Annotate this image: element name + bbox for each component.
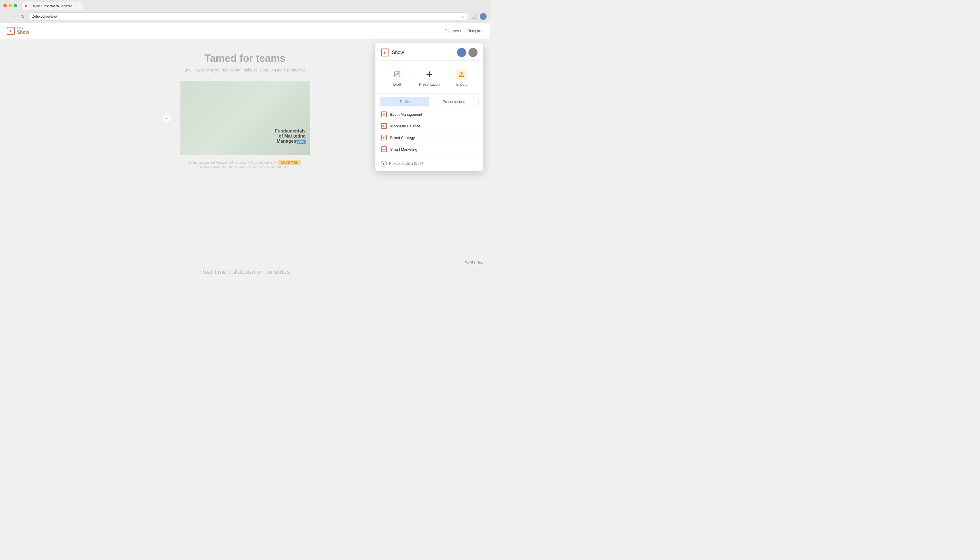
- popup-tabs: Drafts Presentations: [380, 97, 479, 107]
- popup-panel: ▶ Show Dr: [376, 43, 483, 171]
- popup-actions: Draft Presentation: [376, 61, 483, 93]
- slide-text-line-1: Fundamentals: [275, 128, 306, 133]
- item-show-icon: ▶: [381, 147, 387, 152]
- hero-area: Tamed for teams Stay in sync with your t…: [0, 39, 490, 278]
- logo-icon: ▶: [7, 27, 15, 35]
- whats-new-link[interactable]: What's New: [465, 260, 483, 264]
- close-button[interactable]: [3, 4, 7, 7]
- forward-button[interactable]: ›: [12, 13, 18, 20]
- popup-header-right: [457, 48, 478, 57]
- import-action-button[interactable]: Import: [446, 67, 478, 89]
- chevron-down-icon: ▾: [460, 30, 461, 32]
- popup-header: ▶ Show: [376, 43, 483, 61]
- draft-action-button[interactable]: Draft: [381, 67, 413, 89]
- maximize-button[interactable]: [13, 4, 17, 7]
- bookmark-icon[interactable]: ☆: [461, 15, 465, 19]
- site-nav: ▶ Zoho Show Features ▾ Templa...: [0, 23, 490, 39]
- item-name: Event Management: [390, 112, 422, 117]
- title-bar: ▶ Online Presentation Software ×: [0, 0, 490, 12]
- item-show-icon: ▶: [381, 112, 387, 117]
- nav-templates[interactable]: Templa...: [468, 28, 483, 33]
- item-name: Work-Life Balance: [390, 124, 420, 128]
- hero-bottom-text-1: Understanding the Marketing Mix and the …: [189, 161, 277, 164]
- presentation-action-label: Presentation: [419, 82, 439, 87]
- nav-features-label: Features: [444, 28, 459, 33]
- how-to-create-link[interactable]: How to create a Draft?: [389, 162, 423, 166]
- item-name: Smart Marketing: [390, 147, 417, 152]
- tab-close-button[interactable]: ×: [74, 4, 78, 8]
- import-action-label: Import: [456, 82, 467, 87]
- presentation-icon: [424, 68, 435, 80]
- presentations-tab[interactable]: Presentations: [429, 97, 478, 106]
- list-item[interactable]: ▶ Event Management: [376, 108, 483, 120]
- browser-chrome: ▶ Online Presentation Software × ‹ › ↻ Z…: [0, 0, 490, 23]
- hero-bottom-text: Understanding the Marketing Mix and the …: [185, 160, 304, 169]
- list-item[interactable]: ▶ Brand Strategy: [376, 132, 483, 143]
- item-show-icon: ▶: [381, 123, 387, 129]
- logo-area[interactable]: ▶ Zoho Show: [7, 27, 29, 35]
- popup-logo-icon: ▶: [381, 48, 389, 57]
- address-bar[interactable]: Zoho.com/show/ ☆: [28, 12, 468, 20]
- nav-features[interactable]: Features ▾: [444, 28, 461, 33]
- slide-leaf-background: [180, 82, 310, 155]
- item-show-icon: ▶: [381, 135, 387, 140]
- main-content: ▶ Zoho Show Features ▾ Templa... Tamed f…: [0, 23, 490, 278]
- address-text: Zoho.com/show/: [32, 15, 57, 18]
- browser-tab[interactable]: ▶ Online Presentation Software ×: [22, 1, 82, 10]
- slide-text-overlay: Fundamentals of Marketing Management. Am…: [275, 128, 306, 144]
- list-item[interactable]: ▶ Smart Marketing: [376, 143, 483, 155]
- hero-bottom-text-2: revolves around four things: product, pr…: [200, 165, 290, 169]
- draft-action-label: Draft: [393, 82, 401, 87]
- presentation-action-button[interactable]: Presentation: [413, 67, 445, 89]
- traffic-lights: [3, 4, 17, 7]
- toolbar-right: ⬜: [471, 13, 487, 20]
- refresh-button[interactable]: ↻: [19, 13, 26, 20]
- popup-list: ▶ Event Management ▶ Work-Life Balance ▶…: [376, 107, 483, 156]
- popup-user-avatar[interactable]: [457, 48, 466, 57]
- logo-zoho: Zoho: [17, 27, 29, 30]
- make-this-button[interactable]: MAKE THIS: [278, 160, 301, 165]
- tab-title: Online Presentation Software: [32, 4, 72, 8]
- drafts-tab[interactable]: Drafts: [380, 97, 429, 106]
- logo-text: Zoho Show: [17, 27, 29, 35]
- slide-preview: Fundamentals of Marketing Management. Am…: [180, 82, 310, 155]
- slide-text-line-2: of Marketing: [275, 133, 306, 139]
- import-icon: [456, 68, 467, 80]
- list-item[interactable]: ▶ Work-Life Balance: [376, 120, 483, 132]
- address-bar-row: ‹ › ↻ Zoho.com/show/ ☆ ⬜: [0, 12, 490, 23]
- back-button[interactable]: ‹: [3, 13, 10, 20]
- play-circle-icon: ▶: [381, 161, 387, 167]
- item-name: Brand Strategy: [390, 136, 415, 140]
- draft-icon: [392, 68, 403, 80]
- nav-buttons: ‹ › ↻: [3, 13, 26, 20]
- slide-preview-container: ‹ Fundamentals of Marketing Management. …: [163, 82, 327, 155]
- slide-nav-left[interactable]: ‹: [163, 114, 171, 122]
- nav-links: Features ▾ Templa...: [444, 28, 483, 33]
- nav-templates-label: Templa...: [468, 28, 483, 33]
- popup-secondary-avatar[interactable]: [468, 48, 478, 57]
- section-title: Real time collaboration on slides: [0, 268, 490, 276]
- minimize-button[interactable]: [8, 4, 12, 7]
- popup-title: Show: [392, 50, 404, 55]
- extensions-icon[interactable]: ⬜: [471, 13, 478, 20]
- logo-show: Show: [17, 30, 29, 35]
- avatar-badge: Amy: [296, 140, 306, 144]
- popup-footer: ▶ How to create a Draft?: [376, 157, 483, 171]
- tab-bar: ▶ Online Presentation Software ×: [22, 1, 82, 10]
- profile-avatar[interactable]: [480, 13, 487, 20]
- tab-favicon: ▶: [25, 4, 29, 8]
